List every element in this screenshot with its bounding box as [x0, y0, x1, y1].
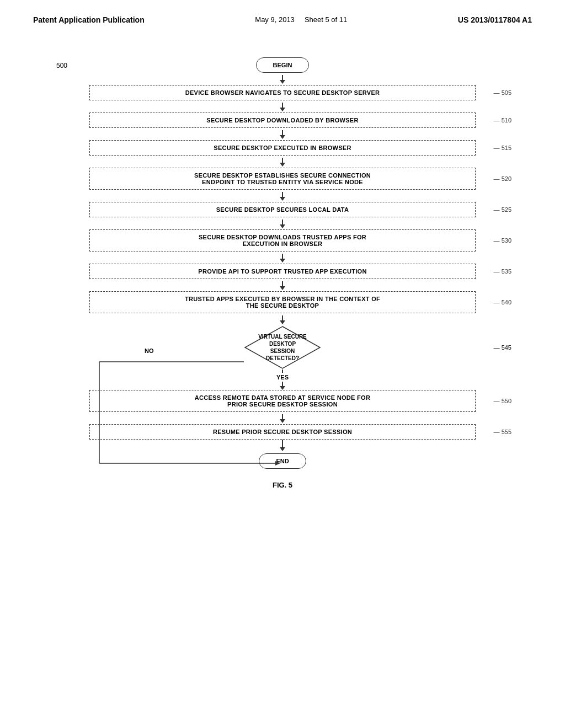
label-555: 555: [494, 429, 511, 435]
label-545: — 545: [494, 344, 511, 351]
box-550: ACCESS REMOTE DATA STORED AT SERVICE NOD…: [89, 390, 476, 412]
step-525: SECURE DESKTOP SECURES LOCAL DATA 525: [89, 202, 476, 217]
label-520: 520: [494, 175, 511, 182]
diamond-545: VIRTUAL SECUREDESKTOP SESSIONDETECTED?: [244, 325, 321, 370]
step-505: DEVICE BROWSER NAVIGATES TO SECURE DESKT…: [89, 85, 476, 100]
step-535: PROVIDE API TO SUPPORT TRUSTED APP EXECU…: [89, 264, 476, 279]
arrow-5: [89, 190, 476, 202]
arrow-4: [89, 156, 476, 168]
label-525: 525: [494, 206, 511, 213]
step-550: ACCESS REMOTE DATA STORED AT SERVICE NOD…: [89, 390, 476, 412]
header-patent-number: US 2013/0117804 A1: [458, 15, 532, 24]
begin-box: BEGIN: [256, 57, 310, 73]
step-520: SECURE DESKTOP ESTABLISHES SECURE CONNEC…: [89, 168, 476, 190]
arrow-9: [89, 313, 476, 325]
step-530: SECURE DESKTOP DOWNLOADS TRUSTED APPS FO…: [89, 229, 476, 251]
arrow-7: [89, 251, 476, 264]
header-publication-label: Patent Application Publication: [33, 15, 145, 24]
box-540: TRUSTED APPS EXECUTED BY BROWSER IN THE …: [89, 291, 476, 313]
label-510: 510: [494, 117, 511, 124]
step-555: RESUME PRIOR SECURE DESKTOP SESSION 555: [89, 424, 476, 440]
step-540: TRUSTED APPS EXECUTED BY BROWSER IN THE …: [89, 291, 476, 313]
label-540: 540: [494, 299, 511, 306]
header-date: May 9, 2013: [255, 15, 295, 24]
box-555: RESUME PRIOR SECURE DESKTOP SESSION: [89, 424, 476, 440]
label-500: 500: [56, 62, 67, 69]
box-535: PROVIDE API TO SUPPORT TRUSTED APP EXECU…: [89, 264, 476, 279]
flowchart-diagram: 500 BEGIN DEVICE BROWSER NAVIGATES TO SE…: [89, 57, 476, 489]
label-530: 530: [494, 237, 511, 244]
box-505: DEVICE BROWSER NAVIGATES TO SECURE DESKT…: [89, 85, 476, 100]
step-545: VIRTUAL SECUREDESKTOP SESSIONDETECTED? —…: [89, 325, 476, 390]
box-510: SECURE DESKTOP DOWNLOADED BY BROWSER: [89, 113, 476, 128]
figure-label: FIG. 5: [89, 481, 476, 489]
arrow-3: [89, 128, 476, 140]
label-535: 535: [494, 268, 511, 275]
label-550: 550: [494, 398, 511, 404]
header-sheet: Sheet 5 of 11: [305, 15, 347, 24]
arrow-6: [89, 217, 476, 229]
arrow-to-end-section: [89, 440, 476, 452]
box-530: SECURE DESKTOP DOWNLOADS TRUSTED APPS FO…: [89, 229, 476, 251]
label-515: 515: [494, 144, 511, 151]
arrow-10: [89, 412, 476, 424]
box-520: SECURE DESKTOP ESTABLISHES SECURE CONNEC…: [89, 168, 476, 190]
arrow-2: [89, 100, 476, 113]
header-date-sheet: May 9, 2013 Sheet 5 of 11: [255, 15, 347, 24]
page-header: Patent Application Publication May 9, 20…: [0, 0, 565, 24]
yes-label: YES: [276, 374, 289, 381]
arrow-1: [89, 73, 476, 85]
end-box: END: [259, 453, 306, 469]
step-515: SECURE DESKTOP EXECUTED IN BROWSER 515: [89, 140, 476, 156]
diamond-545-text: VIRTUAL SECUREDESKTOP SESSIONDETECTED?: [258, 333, 307, 362]
end-node: END: [89, 453, 476, 469]
box-525: SECURE DESKTOP SECURES LOCAL DATA: [89, 202, 476, 217]
no-label: NO: [145, 347, 154, 354]
label-505: 505: [494, 89, 511, 96]
begin-node: 500 BEGIN: [89, 57, 476, 73]
arrow-8: [89, 279, 476, 291]
step-510: SECURE DESKTOP DOWNLOADED BY BROWSER 510: [89, 113, 476, 128]
box-515: SECURE DESKTOP EXECUTED IN BROWSER: [89, 140, 476, 156]
